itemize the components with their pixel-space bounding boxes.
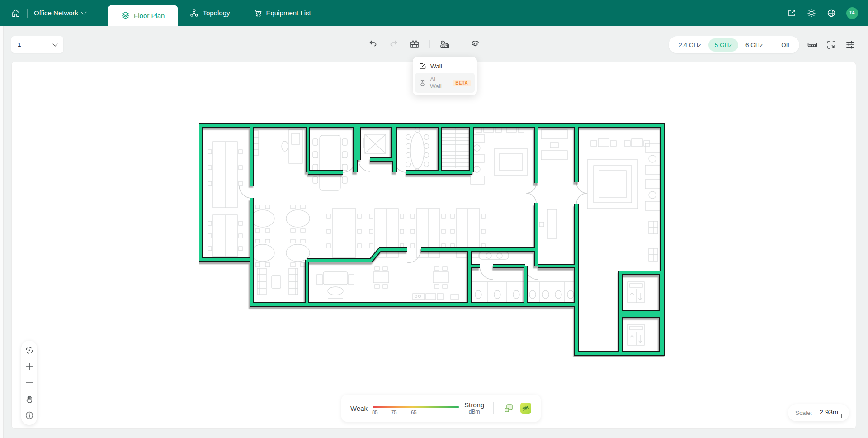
layers-icon [121,11,130,20]
zoom-out-button[interactable] [25,378,34,387]
floor-plan-canvas[interactable] [11,62,856,429]
locate-button[interactable] [25,346,34,355]
wall-tool-menu: Wall AI Wall BETA [413,57,477,95]
scale-widget: Scale: 2.93m [788,404,849,421]
floor-select[interactable]: 1 [11,36,63,53]
legend-unit: dBm [469,409,480,415]
undo-button[interactable] [367,38,379,50]
avatar-initials: TA [849,10,855,15]
exit-fullscreen-button[interactable] [826,39,837,51]
menu-item-label: Wall [430,63,442,70]
view-toolbar: 2.4 GHz 5 GHz 6 GHz Off [669,36,856,53]
toggle-devices-button[interactable] [503,402,514,414]
menu-item-wall[interactable]: Wall [415,59,475,73]
menu-item-label: AI Wall [430,76,448,90]
eraser-tool-button[interactable] [469,38,481,50]
chevron-down-icon [52,41,57,46]
scale-label: Scale: [795,409,812,416]
open-external-icon[interactable] [787,8,797,18]
app-header: Office Network Floor Plan Topology [0,0,868,26]
theme-sun-icon[interactable] [807,8,816,18]
info-button[interactable] [25,411,34,420]
display-settings-button[interactable] [844,39,856,51]
legend-tick: -65 [409,409,417,415]
band-5ghz[interactable]: 5 GHz [708,38,738,52]
ruler-button[interactable] [807,39,818,51]
band-separator [772,41,772,48]
toolbar-separator [429,40,430,48]
edit-toolbar [367,38,481,50]
band-6ghz[interactable]: 6 GHz [739,38,769,52]
left-edge-strip [0,26,4,438]
scale-value-field[interactable]: 2.93m [816,408,842,418]
chevron-down-icon [81,9,87,15]
band-off[interactable]: Off [775,38,796,52]
menu-item-ai-wall[interactable]: AI Wall BETA [415,73,475,93]
tab-floor-plan[interactable]: Floor Plan [108,5,178,26]
map-controls [21,341,37,425]
legend-weak-label: Weak [350,405,368,412]
legend-tick: -75 [389,409,397,415]
language-globe-icon[interactable] [826,8,836,18]
signal-gradient-bar [373,406,459,408]
tab-label: Topology [203,9,230,17]
topology-icon [190,9,198,17]
tab-topology[interactable]: Topology [178,0,241,26]
signal-legend: Weak -85 -75 -65 Strong dBm [341,395,541,422]
eye-slash-icon [520,403,531,414]
tab-equipment-list[interactable]: Equipment List [242,0,323,26]
band-switcher: 2.4 GHz 5 GHz 6 GHz Off [669,36,799,53]
toggle-heatmap-button[interactable] [520,402,532,414]
network-name: Office Network [34,9,78,17]
legend-gradient: -85 -75 -65 [373,403,459,417]
scale-bracket [816,414,842,418]
legend-tick: -85 [370,409,378,415]
place-ap-button[interactable] [439,38,451,50]
band-2-4ghz[interactable]: 2.4 GHz [672,38,708,52]
ai-wall-icon [419,79,426,86]
tab-label: Equipment List [266,9,311,17]
header-divider [27,9,28,18]
legend-strong-label: Strong [464,401,484,409]
home-icon[interactable] [11,8,21,18]
wall-tool-button[interactable] [409,38,420,50]
redo-button[interactable] [388,38,400,50]
pan-hand-button[interactable] [25,395,34,404]
main-tabs: Floor Plan Topology Equipment List [108,0,323,26]
furniture-layer [208,125,660,345]
toolbar-separator [460,40,460,48]
wall-edit-icon [419,62,426,70]
tab-label: Floor Plan [134,12,165,19]
floor-plan-drawing[interactable] [199,123,665,357]
zoom-in-button[interactable] [25,362,34,371]
floor-select-value: 1 [18,41,21,48]
beta-badge: BETA [453,80,471,86]
network-selector[interactable]: Office Network [34,9,86,17]
legend-separator [493,402,494,414]
user-avatar[interactable]: TA [846,7,858,19]
cart-icon [254,9,262,17]
